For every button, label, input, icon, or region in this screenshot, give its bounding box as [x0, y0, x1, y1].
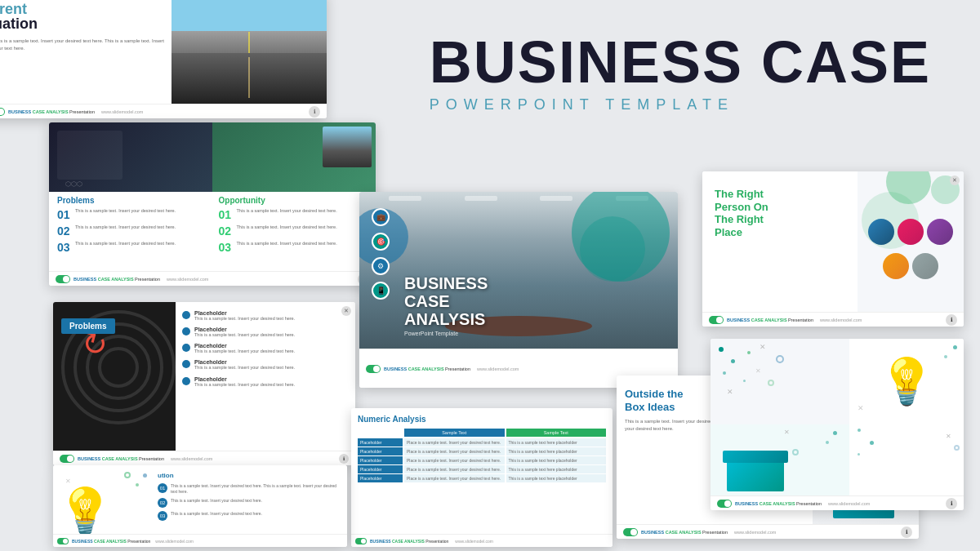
ph-dot-3	[182, 344, 190, 352]
s9-circle-4	[954, 445, 960, 451]
slide1-url: www.slidemodel.com	[101, 109, 143, 114]
avatar-5	[912, 253, 938, 279]
slide9-box-lid	[723, 451, 788, 463]
slide5-col2-header: Sample Text	[506, 429, 607, 437]
ph-title-3: Placeholder	[194, 343, 295, 349]
ph-title-5: Placeholder	[194, 376, 295, 382]
slide9-box-body	[727, 459, 784, 491]
slide9-footer: BUSINESS CASE ANALYSIS Presentation www.…	[710, 495, 964, 510]
slide-3[interactable]: ✕ ↻ Problems PlaceholderThis is a sample…	[53, 302, 355, 465]
s9-dot-2	[731, 359, 735, 363]
slide1-toggle	[0, 108, 5, 116]
s9-dot-3	[723, 371, 726, 375]
ph-dot-4	[182, 360, 190, 368]
main-title: BUSINESS CASE	[430, 33, 931, 91]
slide3-footer: BUSINESS CASE ANALYSIS Presentation www.…	[53, 451, 355, 465]
slide4-subtitle: PowerPoint Template	[404, 331, 488, 336]
slide4-icon-2: 🎯	[372, 233, 390, 251]
s9-dot-5	[743, 380, 746, 382]
s9-circle-2	[768, 380, 774, 386]
s9-dot-8	[833, 431, 837, 435]
slide8-title: ution	[158, 472, 341, 479]
slide7-footer: BUSINESS CASE ANALYSIS Presentation www.…	[702, 312, 964, 327]
slide5-row-5: Placeholder Place is a sample text. Inse…	[358, 474, 606, 482]
main-subtitle: POWERPOINT TEMPLATE	[430, 96, 931, 113]
s9-x-5: ✕	[784, 429, 790, 436]
slide8-item-2: 02 This is a sample text. Insert your de…	[158, 498, 341, 508]
avatar-2	[898, 219, 924, 245]
slide1-title-black: uation	[0, 16, 170, 31]
slide7-close[interactable]: ✕	[950, 176, 960, 185]
slide3-close[interactable]: ✕	[341, 306, 351, 316]
avatar-3	[927, 219, 953, 245]
slide-5[interactable]: Numeric Analysis Sample Text Sample Text…	[351, 408, 612, 547]
s9-dot-11	[870, 441, 874, 445]
s9-dot-7	[944, 355, 947, 358]
slide3-info-btn[interactable]: ℹ	[339, 454, 349, 464]
slide1-brand: BUSINESS CASE ANALYSIS Presentation	[8, 109, 95, 114]
slide9-bulb-icon: 💡	[879, 355, 935, 408]
main-title-area: BUSINESS CASE POWERPOINT TEMPLATE	[430, 33, 931, 113]
slide7-heading: The Right Person On The Right Place	[715, 188, 845, 238]
slide5-row-4: Placeholder Place is a sample text. Inse…	[358, 465, 606, 473]
s9-x-6: ✕	[946, 433, 951, 440]
slide4-icon-1: 💼	[372, 208, 390, 226]
s9-circle-1	[776, 355, 784, 363]
slide2-opportunity-label: Opportunity	[219, 196, 368, 205]
s9-dot-9	[826, 441, 829, 444]
slide5-row-2: Placeholder Place is a sample text. Inse…	[358, 447, 606, 455]
ph-dot-2	[182, 327, 190, 335]
slide8-x-mark: ✕	[65, 478, 71, 485]
avatar-4	[883, 253, 909, 279]
slide1-text: This is a sample text. Insert your desir…	[0, 38, 170, 52]
ph-title-1: Placeholder	[194, 310, 295, 316]
slide-4-main[interactable]: 💼 🎯 ⚙ 📱 BUSINESS CASE ANALYSIS PowerPoin…	[359, 192, 678, 388]
ph-dot-1	[182, 311, 190, 319]
slide9-info-btn[interactable]: ℹ	[946, 498, 957, 509]
slide5-row-3: Placeholder Place is a sample text. Inse…	[358, 456, 606, 464]
slide1-info-btn[interactable]: ℹ	[309, 106, 320, 118]
slide-7[interactable]: The Right Person On The Right Place	[702, 171, 964, 327]
slide8-dot-1	[143, 473, 147, 478]
slide8-item-3: 03 This is a sample text. Insert your de…	[158, 511, 341, 521]
avatar-1	[868, 219, 894, 245]
s9-dot-6	[953, 345, 957, 349]
slide-8[interactable]: 💡 ✕ ution 01 This is a sample text. Inse…	[53, 465, 347, 547]
s9-dot-10	[858, 429, 861, 432]
slide-2[interactable]: ✕ ⬡⬡⬡ Problems 01This is a sample text. …	[49, 122, 376, 286]
slide6-info-btn[interactable]: ℹ	[901, 527, 912, 538]
ph-title-2: Placeholder	[194, 327, 295, 332]
s9-circle-3	[792, 449, 799, 455]
slide-1[interactable]: rrent uation This is a sample text. Inse…	[0, 0, 327, 118]
s9-x-3: ✕	[727, 388, 733, 396]
slide1-title-blue: rrent	[0, 2, 170, 16]
slide1-footer: BUSINESS CASE ANALYSIS Presentation www.…	[0, 104, 327, 118]
slide8-dot-2	[136, 483, 139, 487]
s9-x-2: ✕	[755, 367, 761, 375]
ph-dot-5	[182, 377, 190, 385]
slide8-circle-mark	[124, 472, 131, 478]
s9-dot-4	[747, 351, 751, 354]
s9-x-4: ✕	[858, 404, 864, 412]
slide5-row-1: Placeholder Place is a sample text. Inse…	[358, 438, 606, 447]
slide8-footer: BUSINESS CASE ANALYSIS Presentation www.…	[53, 534, 347, 547]
slide-9[interactable]: ✕ ✕ ✕ ✕ 💡 ✕	[710, 339, 964, 510]
s9-dot-1	[719, 347, 724, 352]
slide5-col1-header: Sample Text	[404, 429, 505, 437]
slide6-footer: BUSINESS CASE ANALYSIS Presentation www.…	[617, 524, 919, 539]
slide4-title: BUSINESS CASE ANALYSIS	[404, 274, 488, 328]
slide5-title: Numeric Analysis	[358, 415, 606, 424]
slide7-info-btn[interactable]: ℹ	[946, 314, 957, 326]
slide8-bulb: 💡	[57, 489, 114, 534]
s9-x-1: ✕	[760, 343, 766, 351]
ph-title-4: Placeholder	[194, 359, 295, 365]
slide2-problems-label: Problems	[57, 196, 207, 205]
s9-dot-12	[858, 453, 860, 455]
slide3-problems-banner: Problems	[61, 318, 115, 334]
slide8-item-1: 01 This is a sample text. Insert your de…	[158, 483, 341, 495]
slide2-footer: BUSINESS CASE ANALYSIS Presentation www.…	[49, 271, 376, 286]
slide4-icon-4: 📱	[372, 282, 390, 300]
slide4-icon-3: ⚙	[372, 257, 390, 275]
slide5-footer: BUSINESS CASE ANALYSIS Presentation www.…	[351, 534, 612, 547]
